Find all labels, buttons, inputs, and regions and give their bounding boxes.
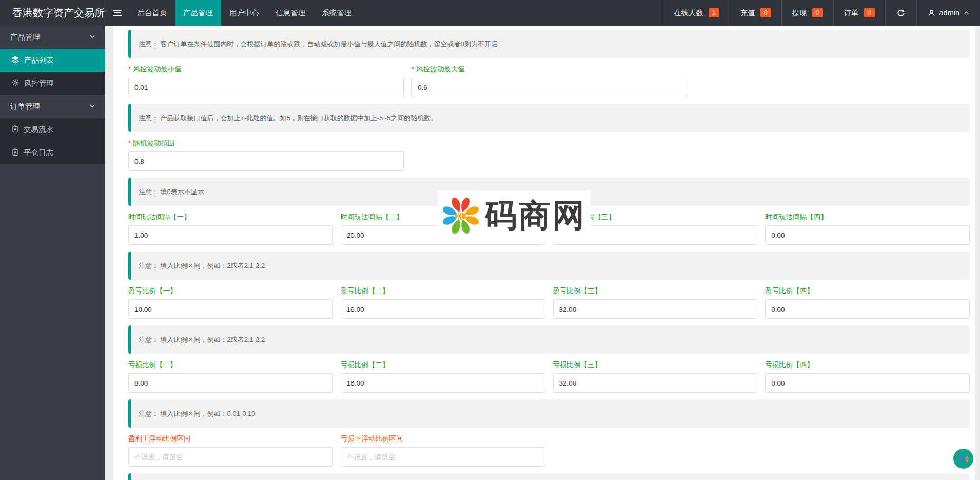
form-row: 盈利上浮动比例区间亏损下浮动比例区间 xyxy=(128,434,970,467)
nav-right: 在线人数1充值0提现0订单0 admin xyxy=(663,0,980,26)
stat-label: 提现 xyxy=(792,8,807,18)
speaker-icon xyxy=(958,453,969,465)
stat-item-1[interactable]: 在线人数1 xyxy=(663,0,730,26)
stat-item-4[interactable]: 订单0 xyxy=(833,0,885,26)
field-input[interactable] xyxy=(411,78,687,97)
form-field: 盈亏比例【三】 xyxy=(553,286,758,319)
field-label-text: 盈亏比例【二】 xyxy=(341,287,389,295)
top-navbar: 香港数字资产交易所 后台首页产品管理用户中心信息管理系统管理 在线人数1充值0提… xyxy=(0,0,980,26)
field-input[interactable] xyxy=(341,299,545,319)
form-row: 时间玩法间隔【一】时间玩法间隔【二】时间玩法间隔【三】时间玩法间隔【四】 xyxy=(128,212,970,245)
field-input[interactable] xyxy=(128,225,333,245)
field-input[interactable] xyxy=(553,225,758,245)
nav-tab-3[interactable]: 用户中心 xyxy=(221,0,267,26)
form-field: *风控波动最小值 xyxy=(128,64,404,97)
field-input[interactable] xyxy=(128,151,404,171)
nav-tab-1[interactable]: 后台首页 xyxy=(129,0,175,26)
field-input[interactable] xyxy=(341,373,545,393)
field-label-text: 亏损比例【四】 xyxy=(765,361,814,369)
menu-toggle-icon[interactable] xyxy=(105,0,129,26)
sidebar-group-label: 产品管理 xyxy=(10,32,89,42)
field-label: 亏损比例【一】 xyxy=(128,360,333,370)
field-label: 盈亏比例【三】 xyxy=(553,286,758,296)
field-input[interactable] xyxy=(765,299,970,319)
stat-item-3[interactable]: 提现0 xyxy=(781,0,833,26)
field-label: 盈利上浮动比例区间 xyxy=(128,434,333,444)
field-label: 亏损比例【三】 xyxy=(553,360,758,370)
notice-text: 注意： 填0表示不显示 xyxy=(128,178,970,206)
sidebar-item-1-2[interactable]: 风控管理 xyxy=(0,72,105,95)
sidebar-group-label: 订单管理 xyxy=(10,102,89,111)
nav-tab-4[interactable]: 信息管理 xyxy=(267,0,313,26)
field-label: 时间玩法间隔【四】 xyxy=(765,212,970,222)
field-label-text: 时间玩法间隔【四】 xyxy=(765,213,828,221)
field-label: 盈亏比例【二】 xyxy=(341,286,545,296)
form-field: 亏损比例【三】 xyxy=(553,360,758,393)
stat-label: 在线人数 xyxy=(674,8,703,18)
form-field: 时间玩法间隔【四】 xyxy=(765,212,970,245)
sidebar-scrollbar[interactable] xyxy=(105,26,113,480)
field-label: *风控波动最小值 xyxy=(128,64,404,74)
stat-count-badge: 1 xyxy=(709,8,719,18)
required-asterisk: * xyxy=(128,139,131,147)
notice-text xyxy=(128,473,970,480)
sidebar-group-2[interactable]: 订单管理 xyxy=(0,95,105,118)
sidebar-group-1[interactable]: 产品管理 xyxy=(0,26,105,49)
form-field: 时间玩法间隔【二】 xyxy=(341,212,545,245)
field-label-text: 盈利上浮动比例区间 xyxy=(128,435,191,443)
form-field: 亏损比例【四】 xyxy=(765,360,970,393)
field-input[interactable] xyxy=(553,373,758,393)
sidebar-item-label: 产品列表 xyxy=(24,55,54,65)
form-field: 时间玩法间隔【三】 xyxy=(553,212,758,245)
refresh-button[interactable] xyxy=(885,0,916,26)
sound-fab-button[interactable] xyxy=(953,449,973,469)
field-input[interactable] xyxy=(128,447,333,467)
form-field: 盈利上浮动比例区间 xyxy=(128,434,333,467)
field-label-text: 时间玩法间隔【三】 xyxy=(553,213,616,221)
stat-item-2[interactable]: 充值0 xyxy=(730,0,781,26)
form-field: 时间玩法间隔【一】 xyxy=(128,212,333,245)
form-row: *随机波动范围 xyxy=(128,138,970,171)
notice-text: 注意： 填入比例区间，例如：2或者2.1-2.2 xyxy=(128,252,970,280)
form-field: 盈亏比例【一】 xyxy=(128,286,333,319)
refresh-icon xyxy=(896,8,906,17)
form-field: 盈亏比例【二】 xyxy=(341,286,545,319)
field-input[interactable] xyxy=(128,78,404,97)
chevron-down-icon xyxy=(89,33,96,42)
sidebar-item-2-1[interactable]: 交易流水 xyxy=(0,118,105,141)
app-logo: 香港数字资产交易所 xyxy=(0,0,105,26)
form-field: 亏损下浮动比例区间 xyxy=(341,434,545,467)
field-input[interactable] xyxy=(128,373,333,393)
nav-tab-5[interactable]: 系统管理 xyxy=(313,0,360,26)
stat-label: 充值 xyxy=(740,8,755,18)
field-label-text: 亏损比例【三】 xyxy=(553,361,602,369)
form-field: *随机波动范围 xyxy=(128,138,404,171)
sidebar-item-1-1[interactable]: 产品列表 xyxy=(0,49,105,72)
main-scrollbar[interactable] xyxy=(975,26,980,480)
field-input[interactable] xyxy=(765,225,970,245)
chevron-up-icon xyxy=(963,10,970,16)
main-panel: 注意： 客户订单在条件范围内时，会根据订单的涨或跌，自动减或加最小值与最大值之间… xyxy=(113,26,975,480)
sidebar-item-label: 风控管理 xyxy=(24,79,54,88)
nav-tab-2[interactable]: 产品管理 xyxy=(175,0,221,26)
field-label: 盈亏比例【一】 xyxy=(128,286,333,296)
field-label-text: 随机波动范围 xyxy=(133,139,174,147)
field-input[interactable] xyxy=(341,225,545,245)
form-row: *风控波动最小值*风控波动最大值 xyxy=(128,64,970,97)
field-input[interactable] xyxy=(553,299,758,319)
field-input[interactable] xyxy=(341,447,545,467)
field-label: 亏损比例【二】 xyxy=(341,360,545,370)
stat-label: 订单 xyxy=(844,8,859,18)
user-icon xyxy=(927,9,936,17)
required-asterisk: * xyxy=(128,65,131,73)
field-input[interactable] xyxy=(765,373,970,393)
form-row: 亏损比例【一】亏损比例【二】亏损比例【三】亏损比例【四】 xyxy=(128,360,970,393)
sidebar-item-2-2[interactable]: 平仓日志 xyxy=(0,141,105,164)
clipboard-icon xyxy=(11,125,19,135)
user-menu[interactable]: admin xyxy=(916,0,980,26)
sidebar-item-label: 交易流水 xyxy=(24,125,53,135)
field-input[interactable] xyxy=(128,299,333,319)
notice-text: 注意： 填入比例区间，例如：0.01-0.10 xyxy=(128,399,970,428)
username: admin xyxy=(939,9,960,17)
stat-count-badge: 0 xyxy=(864,8,875,18)
